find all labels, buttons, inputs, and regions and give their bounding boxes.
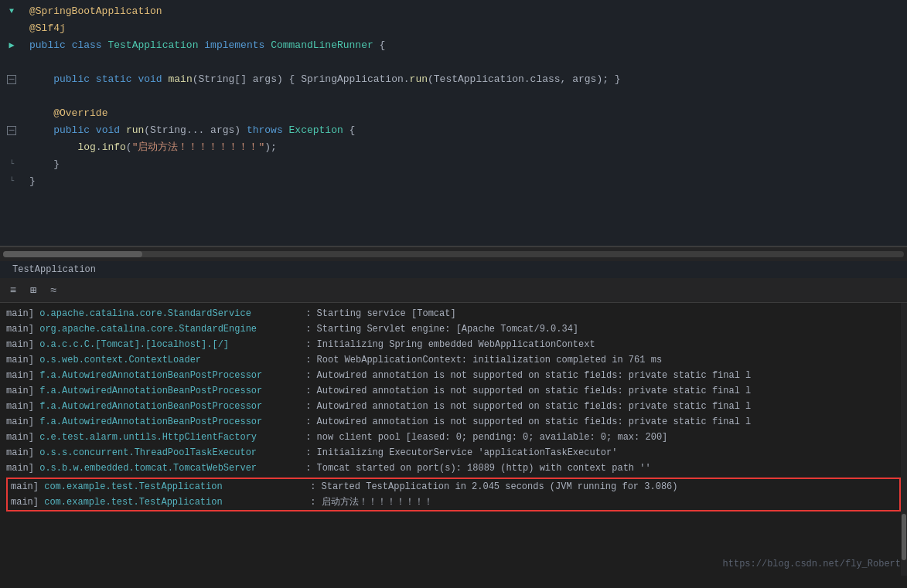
code-text-2: @Slf4j (23, 20, 907, 37)
code-line-10: └ } (0, 156, 907, 173)
code-line-2: @Slf4j (0, 20, 907, 37)
log-msg-6: : Autowired annotation is not supported … (300, 383, 751, 399)
toolbar-icon-filter[interactable]: ≈ (46, 284, 60, 297)
console-toolbar: ≡ ⊞ ≈ (0, 278, 907, 303)
log-line-5: main] f.a.AutowiredAnnotationBeanPostPro… (0, 368, 907, 383)
log-line-1: main] o.apache.catalina.core.StandardSer… (0, 306, 907, 321)
log-line-12: main] com.example.test.TestApplication :… (8, 479, 899, 495)
log-msg-11: : Tomcat started on port(s): 18089 (http… (300, 461, 651, 476)
editor-scrollbar[interactable] (0, 247, 907, 261)
log-prefix-9: main] c.e.test.alarm.untils.HttpClientFa… (6, 430, 300, 445)
console-output: main] o.apache.catalina.core.StandardSer… (0, 303, 907, 576)
log-line-13: main] com.example.test.TestApplication :… (8, 495, 899, 510)
log-msg-3: : Initializing Spring embedded WebApplic… (300, 337, 595, 352)
gutter-5: − (0, 75, 23, 84)
gutter-3: ▶ (0, 37, 23, 54)
fold-arrow-down[interactable]: ▼ (9, 3, 14, 20)
log-msg-12: : Started TestApplication in 2.045 secon… (305, 479, 677, 495)
code-line-8: − public void run(String... args) throws… (0, 122, 907, 139)
log-msg-13: : 启动方法！！！！！！！！ (305, 495, 433, 510)
log-line-7: main] f.a.AutowiredAnnotationBeanPostPro… (0, 399, 907, 414)
code-line-6 (0, 88, 907, 105)
file-tab-label: TestApplication (12, 264, 96, 275)
code-line-7: @Override (0, 105, 907, 122)
log-line-10: main] o.s.s.concurrent.ThreadPoolTaskExe… (0, 445, 907, 461)
log-line-2: main] org.apache.catalina.core.StandardE… (0, 321, 907, 337)
log-line-4: main] o.s.web.context.ContextLoader : Ro… (0, 352, 907, 368)
log-prefix-8: main] f.a.AutowiredAnnotationBeanPostPro… (6, 414, 300, 430)
code-text-6 (23, 88, 907, 105)
log-prefix-6: main] f.a.AutowiredAnnotationBeanPostPro… (6, 383, 300, 399)
code-area: ▼ @SpringBootApplication @Slf4j ▶ public… (0, 0, 907, 193)
file-tab: TestApplication (0, 261, 907, 278)
log-prefix-13: main] com.example.test.TestApplication (11, 495, 305, 510)
code-line-9: log.info("启动方法！！！！！！！！"); (0, 139, 907, 156)
log-msg-5: : Autowired annotation is not supported … (300, 368, 751, 383)
code-text-10: } (23, 156, 907, 173)
log-msg-1: : Starting service [Tomcat] (300, 306, 456, 321)
code-line-1: ▼ @SpringBootApplication (0, 3, 907, 20)
toolbar-icon-list[interactable]: ≡ (6, 284, 20, 297)
log-prefix-5: main] f.a.AutowiredAnnotationBeanPostPro… (6, 368, 300, 383)
log-prefix-7: main] f.a.AutowiredAnnotationBeanPostPro… (6, 399, 300, 414)
gutter-10: └ (0, 156, 23, 173)
log-prefix-3: main] o.a.c.c.C.[Tomcat].[localhost].[/] (6, 337, 300, 352)
code-text-1: @SpringBootApplication (23, 3, 907, 20)
fold-minus-8[interactable]: − (7, 126, 16, 135)
code-line-11: └ } (0, 173, 907, 190)
log-msg-2: : Starting Servlet engine: [Apache Tomca… (300, 321, 578, 337)
console-scrollbar[interactable] (901, 303, 907, 576)
log-line-8: main] f.a.AutowiredAnnotationBeanPostPro… (0, 414, 907, 430)
log-prefix-10: main] o.s.s.concurrent.ThreadPoolTaskExe… (6, 445, 300, 461)
code-line-4 (0, 54, 907, 71)
log-msg-4: : Root WebApplicationContext: initializa… (300, 352, 662, 368)
watermark: https://blog.csdn.net/fly_Robert (723, 559, 901, 569)
editor-section: ▼ @SpringBootApplication @Slf4j ▶ public… (0, 0, 907, 247)
fold-end-11: └ (9, 173, 14, 190)
log-msg-10: : Initializing ExecutorService 'applicat… (300, 445, 617, 461)
fold-minus-5[interactable]: − (7, 75, 16, 84)
log-msg-7: : Autowired annotation is not supported … (300, 399, 751, 414)
log-msg-9: : now client pool [leased: 0; pending: 0… (300, 430, 667, 445)
console-scrollbar-thumb[interactable] (902, 514, 906, 560)
log-prefix-11: main] o.s.b.w.embedded.tomcat.TomcatWebS… (6, 461, 300, 476)
code-text-11: } (23, 173, 907, 190)
log-msg-8: : Autowired annotation is not supported … (300, 414, 751, 430)
code-line-3: ▶ public class TestApplication implement… (0, 37, 907, 54)
toolbar-icon-grid[interactable]: ⊞ (26, 284, 40, 297)
horizontal-scrollbar-thumb[interactable] (3, 251, 142, 257)
gutter-11: └ (0, 173, 23, 190)
code-text-3: public class TestApplication implements … (23, 37, 907, 54)
code-line-5: − public static void main(String[] args)… (0, 71, 907, 88)
code-text-8: public void run(String... args) throws E… (23, 122, 907, 139)
log-prefix-2: main] org.apache.catalina.core.StandardE… (6, 321, 300, 337)
fold-end-10: └ (9, 156, 14, 173)
log-line-6: main] f.a.AutowiredAnnotationBeanPostPro… (0, 383, 907, 399)
log-prefix-4: main] o.s.web.context.ContextLoader (6, 352, 300, 368)
code-text-7: @Override (23, 105, 907, 122)
console-section: ≡ ⊞ ≈ main] o.apache.catalina.core.Stand… (0, 278, 907, 576)
log-prefix-12: main] com.example.test.TestApplication (11, 479, 305, 495)
highlighted-logs-box: main] com.example.test.TestApplication :… (6, 478, 901, 512)
log-line-3: main] o.a.c.c.C.[Tomcat].[localhost].[/]… (0, 337, 907, 352)
code-text-9: log.info("启动方法！！！！！！！！"); (23, 139, 907, 156)
horizontal-scrollbar-track[interactable] (3, 251, 904, 257)
log-line-9: main] c.e.test.alarm.untils.HttpClientFa… (0, 430, 907, 445)
gutter-1: ▼ (0, 3, 23, 20)
gutter-8: − (0, 126, 23, 135)
run-arrow[interactable]: ▶ (9, 37, 14, 54)
log-line-11: main] o.s.b.w.embedded.tomcat.TomcatWebS… (0, 461, 907, 476)
code-text-5: public static void main(String[] args) {… (23, 71, 907, 88)
code-text-4 (23, 54, 907, 71)
log-prefix-1: main] o.apache.catalina.core.StandardSer… (6, 306, 300, 321)
